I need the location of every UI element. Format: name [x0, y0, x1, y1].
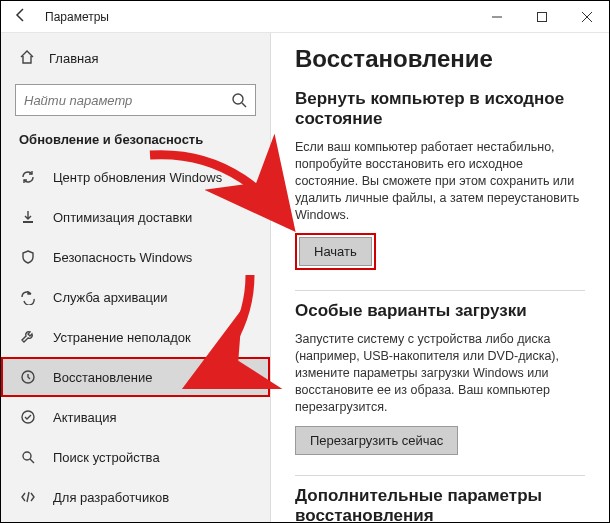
find-device-icon: [19, 448, 37, 466]
restart-now-button[interactable]: Перезагрузить сейчас: [295, 426, 458, 455]
sidebar: Главная Обновление и безопасность Центр …: [1, 33, 271, 522]
sync-icon: [19, 168, 37, 186]
sidebar-item-activation[interactable]: Активация: [1, 397, 270, 437]
sidebar-item-label: Активация: [53, 410, 116, 425]
nav-list: Центр обновления Windows Оптимизация дос…: [1, 157, 270, 522]
sidebar-item-label: Поиск устройства: [53, 450, 160, 465]
content-pane: Восстановление Вернуть компьютер в исход…: [271, 33, 609, 522]
start-reset-button[interactable]: Начать: [299, 237, 372, 266]
svg-point-4: [233, 94, 243, 104]
sidebar-item-for-developers[interactable]: Для разработчиков: [1, 477, 270, 517]
delivery-icon: [19, 208, 37, 226]
search-box[interactable]: [15, 84, 256, 116]
backup-icon: [19, 288, 37, 306]
sidebar-item-windows-security[interactable]: Безопасность Windows: [1, 237, 270, 277]
sidebar-item-find-my-device[interactable]: Поиск устройства: [1, 437, 270, 477]
sidebar-item-windows-update[interactable]: Центр обновления Windows: [1, 157, 270, 197]
maximize-button[interactable]: [519, 1, 564, 33]
back-button[interactable]: [1, 7, 41, 26]
divider: [295, 290, 585, 291]
sidebar-item-label: Оптимизация доставки: [53, 210, 192, 225]
minimize-button[interactable]: [474, 1, 519, 33]
svg-line-5: [242, 103, 246, 107]
reset-heading: Вернуть компьютер в исходное состояние: [295, 89, 585, 129]
maximize-icon: [537, 12, 547, 22]
section-title: Обновление и безопасность: [1, 126, 270, 157]
troubleshoot-icon: [19, 328, 37, 346]
svg-point-8: [23, 452, 31, 460]
svg-rect-1: [537, 12, 546, 21]
search-input[interactable]: [24, 93, 231, 108]
more-heading: Дополнительные параметры восстановления: [295, 486, 585, 522]
sidebar-item-label: Центр обновления Windows: [53, 170, 222, 185]
close-button[interactable]: [564, 1, 609, 33]
window-title: Параметры: [41, 10, 109, 24]
minimize-icon: [492, 12, 502, 22]
sidebar-item-label: Устранение неполадок: [53, 330, 191, 345]
divider: [295, 475, 585, 476]
advanced-text: Запустите систему с устройства либо диск…: [295, 331, 585, 415]
reset-text: Если ваш компьютер работает нестабильно,…: [295, 139, 585, 223]
sidebar-item-troubleshoot[interactable]: Устранение неполадок: [1, 317, 270, 357]
body: Главная Обновление и безопасность Центр …: [1, 33, 609, 522]
search-icon: [231, 92, 247, 108]
annotation-highlight-start: Начать: [295, 233, 376, 270]
home-icon: [19, 49, 35, 68]
page-title: Восстановление: [295, 45, 585, 73]
sidebar-item-label: Для разработчиков: [53, 490, 169, 505]
titlebar: Параметры: [1, 1, 609, 33]
sidebar-item-label: Служба архивации: [53, 290, 168, 305]
sidebar-item-delivery-optimization[interactable]: Оптимизация доставки: [1, 197, 270, 237]
sidebar-item-backup[interactable]: Служба архивации: [1, 277, 270, 317]
svg-line-9: [30, 459, 34, 463]
sidebar-item-label: Восстановление: [53, 370, 152, 385]
activation-icon: [19, 408, 37, 426]
sidebar-item-label: Безопасность Windows: [53, 250, 192, 265]
home-label: Главная: [49, 51, 98, 66]
sidebar-item-recovery[interactable]: Восстановление: [1, 357, 270, 397]
close-icon: [582, 12, 592, 22]
shield-icon: [19, 248, 37, 266]
advanced-heading: Особые варианты загрузки: [295, 301, 585, 321]
svg-point-7: [22, 411, 34, 423]
recovery-icon: [19, 368, 37, 386]
arrow-left-icon: [13, 7, 29, 23]
home-link[interactable]: Главная: [1, 39, 270, 78]
developer-icon: [19, 488, 37, 506]
settings-window: Параметры Главная Обновление и безопа: [0, 0, 610, 523]
